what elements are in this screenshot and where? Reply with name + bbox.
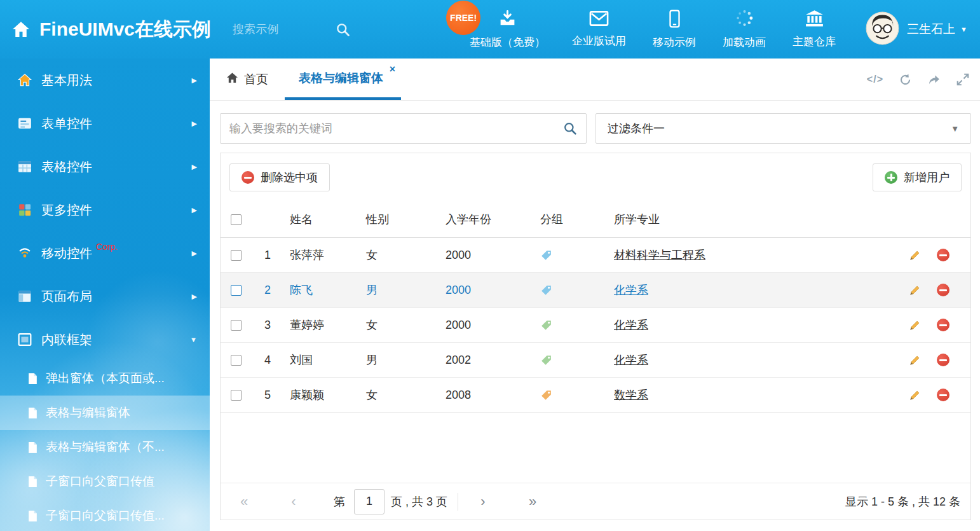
row-checkbox[interactable] (231, 355, 242, 366)
home-icon (226, 72, 238, 87)
nav-label: 企业版试用 (572, 34, 626, 48)
delete-icon[interactable] (937, 354, 949, 366)
filter-dropdown[interactable]: 过滤条件一 ▼ (595, 113, 971, 144)
plus-circle-icon (885, 171, 897, 184)
cell-year: 2008 (440, 389, 535, 402)
add-user-button[interactable]: 新增用户 (873, 163, 962, 191)
cell-year: 2000 (440, 284, 535, 297)
spinner-icon (735, 10, 754, 31)
major-link[interactable]: 材料科学与工程系 (614, 249, 705, 261)
sidebar-item-iframe[interactable]: 内联框架 ▼ (0, 318, 210, 361)
nav-item-theme-repo[interactable]: 主题仓库 (779, 0, 849, 59)
tag-icon (540, 354, 552, 366)
row-checkbox[interactable] (231, 320, 242, 331)
file-icon (28, 476, 37, 488)
table-row[interactable]: 1 张萍萍 女 2000 材料科学与工程系 (221, 238, 970, 273)
select-all-checkbox[interactable] (231, 214, 242, 225)
sidebar-item-more-controls[interactable]: 更多控件 ▶ (0, 188, 210, 231)
chevron-right-icon: ▶ (192, 206, 197, 214)
cell-name: 康颖颖 (284, 387, 360, 403)
cell-name: 张萍萍 (284, 247, 360, 263)
nav-label: 主题仓库 (793, 34, 836, 49)
download-icon (498, 10, 517, 31)
table-row[interactable]: 2 陈飞 男 2000 化学系 (221, 273, 970, 308)
major-link[interactable]: 数学系 (614, 389, 648, 401)
sidebar-item-mobile-controls[interactable]: 移动控件 Corp. ▶ (0, 231, 210, 275)
file-icon (28, 441, 37, 453)
tag-icon (540, 319, 552, 331)
nav-label: 移动示例 (653, 35, 696, 50)
tab-home[interactable]: 首页 (210, 59, 285, 100)
row-checkbox[interactable] (231, 390, 242, 401)
cell-name: 陈飞 (284, 282, 360, 298)
source-code-icon[interactable]: </> (867, 74, 883, 85)
next-page-button[interactable]: › (470, 493, 496, 510)
table-row[interactable]: 5 康颖颖 女 2008 数学系 (221, 378, 970, 413)
expand-icon[interactable] (956, 72, 970, 86)
chevron-right-icon: ▶ (192, 120, 197, 128)
nav-item-basic-free[interactable]: FREE! 基础版（免费） (456, 0, 559, 59)
edit-icon[interactable] (908, 249, 922, 262)
sidebar-subitem-popup-window[interactable]: 弹出窗体（本页面或... (0, 361, 210, 396)
share-icon[interactable] (927, 73, 941, 86)
edit-icon[interactable] (908, 389, 922, 402)
prev-page-button[interactable]: ‹ (280, 493, 307, 510)
file-icon (28, 373, 37, 385)
major-link[interactable]: 化学系 (614, 284, 648, 296)
first-page-button[interactable]: « (231, 493, 257, 510)
sidebar-item-basic-usage[interactable]: 基本用法 ▶ (0, 59, 210, 102)
refresh-icon[interactable] (899, 73, 912, 86)
edit-icon[interactable] (908, 354, 922, 367)
chevron-right-icon: ▶ (192, 293, 197, 301)
close-icon[interactable]: × (390, 64, 395, 74)
chevron-down-icon: ▼ (951, 124, 959, 134)
chevron-down-icon: ▼ (960, 25, 967, 33)
cell-year: 2000 (440, 319, 535, 332)
nav-item-mobile-demo[interactable]: 移动示例 (639, 0, 709, 59)
nav-label: 加载动画 (723, 35, 766, 50)
search-icon[interactable] (336, 22, 350, 37)
sidebar-item-form-controls[interactable]: 表单控件 ▶ (0, 102, 210, 145)
table-row[interactable]: 4 刘国 男 2002 化学系 (221, 343, 970, 378)
delete-icon[interactable] (937, 319, 949, 331)
sidebar-item-page-layout[interactable]: 页面布局 ▶ (0, 275, 210, 318)
minus-circle-icon (242, 171, 254, 184)
file-icon (28, 407, 37, 419)
row-number: 3 (251, 319, 284, 332)
corp-badge: Corp. (96, 231, 118, 252)
edit-icon[interactable] (908, 284, 922, 297)
keyword-search-input[interactable] (229, 122, 563, 135)
search-icon[interactable] (563, 121, 577, 135)
header-search-input[interactable] (233, 23, 328, 36)
sidebar-subitem-child-to-parent-2[interactable]: 子窗口向父窗口传值... (0, 499, 210, 531)
sidebar-subitem-child-to-parent[interactable]: 子窗口向父窗口传值 (0, 464, 210, 499)
sidebar-subitem-grid-edit-window-2[interactable]: 表格与编辑窗体（不... (0, 430, 210, 464)
home-logo-icon[interactable] (11, 20, 31, 39)
avatar (866, 11, 899, 48)
row-checkbox[interactable] (231, 285, 242, 296)
sidebar-subitem-grid-edit-window[interactable]: 表格与编辑窗体 (0, 396, 210, 430)
major-link[interactable]: 化学系 (614, 354, 648, 366)
delete-icon[interactable] (937, 249, 949, 261)
nav-item-loading-animation[interactable]: 加载动画 (709, 0, 779, 59)
edit-icon[interactable] (908, 319, 922, 332)
delete-icon[interactable] (937, 389, 949, 401)
home-icon (17, 73, 33, 87)
cell-gender: 男 (360, 282, 440, 298)
tab-grid-edit-window[interactable]: 表格与编辑窗体 × (285, 59, 401, 100)
app-title: FineUIMvc在线示例 (39, 17, 211, 43)
mobile-icon (669, 10, 680, 31)
last-page-button[interactable]: » (519, 493, 546, 510)
delete-selected-button[interactable]: 删除选中项 (229, 163, 330, 191)
cell-gender: 女 (360, 387, 440, 403)
chevron-right-icon: ▶ (192, 76, 197, 85)
user-menu[interactable]: 三生石上 ▼ (866, 11, 967, 48)
row-checkbox[interactable] (231, 250, 242, 261)
major-link[interactable]: 化学系 (614, 319, 648, 331)
nav-item-enterprise-trial[interactable]: 企业版试用 (559, 0, 639, 59)
delete-icon[interactable] (937, 284, 949, 296)
page-number-input[interactable] (354, 489, 385, 514)
sidebar-item-grid-controls[interactable]: 表格控件 ▶ (0, 145, 210, 188)
table-row[interactable]: 3 董婷婷 女 2000 化学系 (221, 308, 970, 343)
row-number: 1 (251, 249, 284, 262)
